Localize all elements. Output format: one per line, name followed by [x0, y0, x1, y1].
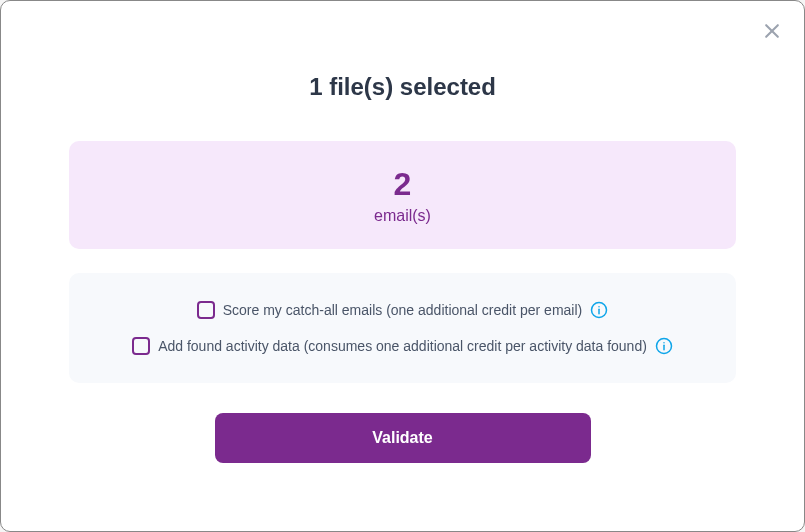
file-validation-modal: 1 file(s) selected 2 email(s) Score my c… [0, 0, 805, 532]
option-score-catch-all: Score my catch-all emails (one additiona… [89, 301, 716, 319]
info-icon[interactable] [590, 301, 608, 319]
option-label: Score my catch-all emails (one additiona… [223, 302, 582, 318]
close-icon [762, 21, 782, 41]
validate-button[interactable]: Validate [215, 413, 591, 463]
email-count-box: 2 email(s) [69, 141, 736, 249]
option-add-activity-data: Add found activity data (consumes one ad… [89, 337, 716, 355]
info-icon[interactable] [655, 337, 673, 355]
close-button[interactable] [760, 19, 784, 43]
svg-point-4 [598, 306, 600, 308]
modal-title: 1 file(s) selected [25, 73, 780, 101]
svg-point-7 [663, 342, 665, 344]
email-count-label: email(s) [93, 207, 712, 225]
modal-content: 2 email(s) Score my catch-all emails (on… [25, 141, 780, 463]
email-count-number: 2 [93, 165, 712, 203]
option-label: Add found activity data (consumes one ad… [158, 338, 647, 354]
checkbox-score-catch-all[interactable] [197, 301, 215, 319]
options-box: Score my catch-all emails (one additiona… [69, 273, 736, 383]
checkbox-add-activity-data[interactable] [132, 337, 150, 355]
